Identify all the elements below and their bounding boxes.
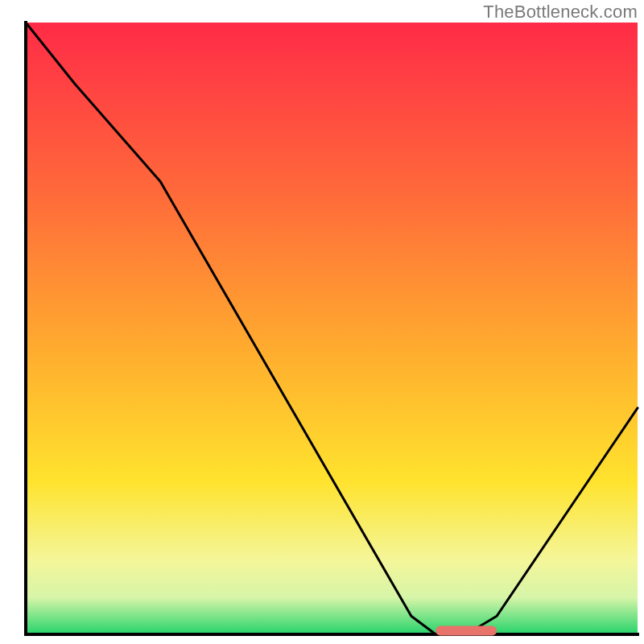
optimal-range-marker (436, 625, 497, 635)
watermark-text: TheBottleneck.com (483, 2, 638, 23)
bottleneck-chart (0, 0, 644, 644)
chart-container: TheBottleneck.com (0, 0, 644, 644)
